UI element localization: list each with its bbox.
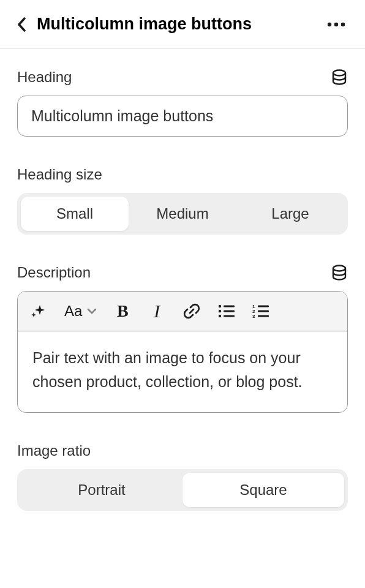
svg-point-1 (334, 22, 338, 26)
italic-button[interactable]: I (148, 300, 165, 322)
heading-size-segmented: Small Medium Large (17, 193, 348, 235)
aa-label: Aa (64, 303, 82, 320)
svg-rect-8 (224, 311, 235, 312)
svg-rect-6 (224, 306, 235, 307)
image-ratio-label-row: Image ratio (17, 442, 348, 459)
description-editor: Aa B I (17, 291, 348, 413)
rte-toolbar: Aa B I (18, 292, 347, 331)
bold-button[interactable]: B (114, 300, 131, 322)
svg-rect-10 (224, 315, 235, 317)
svg-point-2 (341, 22, 345, 26)
heading-label: Heading (17, 69, 72, 86)
database-icon[interactable] (331, 69, 348, 86)
description-label-row: Description (17, 264, 348, 281)
svg-text:3: 3 (252, 314, 255, 318)
description-label: Description (17, 264, 91, 281)
sparkle-icon[interactable] (30, 300, 47, 322)
image-ratio-segmented: Portrait Square (17, 469, 348, 511)
more-icon[interactable] (325, 22, 348, 27)
svg-rect-12 (258, 306, 269, 307)
svg-point-4 (333, 266, 345, 271)
svg-point-0 (328, 22, 331, 26)
heading-size-label: Heading size (17, 166, 102, 183)
svg-point-5 (219, 305, 221, 307)
heading-size-small[interactable]: Small (21, 197, 129, 231)
numbered-list-icon[interactable]: 1 2 3 (252, 300, 269, 322)
image-ratio-square[interactable]: Square (182, 473, 344, 507)
back-icon[interactable] (17, 17, 27, 32)
image-ratio-portrait[interactable]: Portrait (21, 473, 182, 507)
svg-point-7 (219, 310, 221, 312)
svg-point-9 (219, 315, 221, 317)
chevron-down-icon (87, 308, 97, 314)
heading-size-medium[interactable]: Medium (129, 197, 236, 231)
header: Multicolumn image buttons (0, 0, 365, 49)
image-ratio-label: Image ratio (17, 442, 91, 459)
content: Heading Heading size Small Medium Large … (0, 49, 365, 511)
heading-label-row: Heading (17, 69, 348, 86)
page-title: Multicolumn image buttons (37, 15, 315, 34)
heading-size-large[interactable]: Large (236, 197, 344, 231)
link-icon[interactable] (182, 300, 201, 322)
description-textarea[interactable]: Pair text with an image to focus on your… (18, 331, 347, 412)
heading-input[interactable] (17, 96, 348, 137)
text-style-dropdown[interactable]: Aa (64, 300, 97, 322)
heading-size-label-row: Heading size (17, 166, 348, 183)
svg-rect-16 (258, 315, 269, 317)
svg-rect-14 (258, 311, 269, 312)
svg-point-3 (333, 70, 345, 76)
database-icon[interactable] (331, 264, 348, 281)
bullet-list-icon[interactable] (218, 300, 235, 322)
